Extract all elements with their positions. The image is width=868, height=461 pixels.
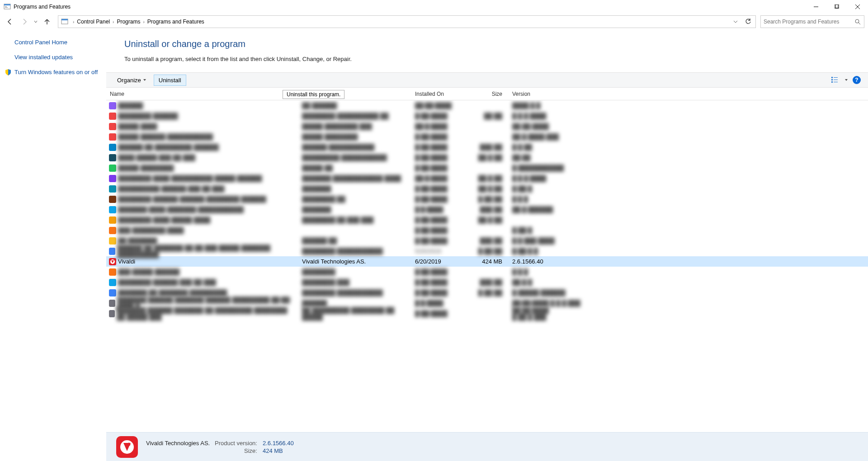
program-row-blurred[interactable]: ████████ ████ ██████████ █████ █████████… [106, 173, 868, 183]
program-row-blurred[interactable]: ██████ ██ █████████ ████████████ ███████… [106, 142, 868, 152]
column-header-installed[interactable]: Installed On [411, 91, 459, 97]
program-list[interactable]: Name Publisher Installed On Size Version… [106, 88, 868, 432]
search-box[interactable] [760, 15, 864, 28]
close-button[interactable] [847, 0, 868, 14]
program-name: Vivaldi [118, 258, 135, 265]
program-row-blurred[interactable]: ███████ ██████ ███████ ██ █████████ ████… [106, 308, 868, 319]
detail-pv-label: Product version: [215, 440, 257, 447]
detail-company: Vivaldi Technologies AS. [146, 440, 210, 447]
breadcrumb-programs[interactable]: Programs [117, 19, 140, 25]
organize-button[interactable]: Organize [113, 75, 151, 85]
svg-rect-17 [831, 81, 833, 83]
shield-icon [5, 69, 12, 77]
address-bar[interactable]: › Control Panel › Programs › Programs an… [58, 15, 756, 28]
sidebar-control-panel-home[interactable]: Control Panel Home [14, 39, 102, 46]
program-installed: 6/20/2019 [411, 258, 459, 265]
detail-size-label: Size: [215, 447, 257, 454]
breadcrumb-control-panel[interactable]: Control Panel [77, 19, 110, 25]
address-dropdown-button[interactable] [730, 16, 741, 27]
program-size: 424 MB [459, 258, 509, 265]
nav-back-button[interactable] [4, 15, 16, 28]
svg-point-11 [855, 19, 859, 23]
app-icon [4, 3, 11, 10]
svg-rect-13 [831, 77, 833, 78]
page-title: Uninstall or change a program [124, 39, 868, 49]
help-button[interactable]: ? [853, 76, 861, 84]
program-row-blurred[interactable]: █████ ██████ ████████████████ █████████/… [106, 132, 868, 142]
program-row-blurred[interactable]: ██████ ██ ███████ ██ ██ ███ █████ ██████… [106, 246, 868, 256]
view-dropdown-button[interactable] [844, 77, 848, 83]
svg-rect-18 [834, 82, 838, 82]
chevron-right-icon: › [143, 19, 144, 24]
program-version: 2.6.1566.40 [509, 258, 585, 265]
column-header-size[interactable]: Size [459, 91, 509, 97]
program-row-blurred[interactable]: ██████████ ██████ ███ ██ ███████████/██/… [106, 183, 868, 194]
svg-rect-16 [834, 80, 838, 80]
page-subtitle: To uninstall a program, select it from t… [124, 56, 868, 62]
address-icon [60, 17, 69, 26]
vivaldi-icon [109, 258, 116, 265]
svg-rect-3 [5, 7, 8, 8]
search-icon [854, 18, 861, 25]
svg-rect-15 [831, 79, 833, 80]
nav-history-dropdown[interactable] [33, 15, 39, 28]
uninstall-button[interactable]: Uninstall [154, 75, 186, 86]
program-row-blurred[interactable]: ███ ████████ █████/██/█████.██.█ [106, 225, 868, 235]
sidebar-view-updates[interactable]: View installed updates [14, 54, 102, 61]
nav-forward-button[interactable] [18, 15, 31, 28]
program-row-blurred[interactable]: ████████ ██████████████ ██████████ ███/█… [106, 111, 868, 121]
detail-pv-value: 2.6.1566.40 [263, 440, 294, 447]
program-row-blurred[interactable]: █████ █████████ ████████ █████/█/██████.… [106, 121, 868, 132]
uninstall-tooltip: Uninstall this program. [283, 90, 344, 99]
sidebar-windows-features-label: Turn Windows features on or off [14, 69, 98, 75]
program-row-blurred[interactable]: ████ █████ ███ ██ ████████████ █████████… [106, 152, 868, 163]
program-publisher: Vivaldi Technologies AS. [298, 258, 411, 265]
sidebar-windows-features[interactable]: Turn Windows features on or off [5, 69, 102, 77]
column-header-name[interactable]: Name [106, 91, 298, 97]
program-row-blurred[interactable]: █████ █████████████ ███/██/█████.███████… [106, 163, 868, 173]
minimize-button[interactable] [806, 0, 826, 14]
maximize-button[interactable] [826, 0, 847, 14]
detail-app-icon [116, 436, 138, 458]
program-row-blurred[interactable]: ████████ ██████ ███ ██ ███████████ ████/… [106, 277, 868, 287]
svg-point-21 [127, 442, 131, 446]
svg-rect-2 [5, 6, 7, 7]
program-row-blurred[interactable]: ████████ ████████/██/████████.█.█ [106, 100, 868, 111]
svg-line-12 [859, 23, 860, 24]
refresh-button[interactable] [743, 16, 754, 27]
svg-rect-5 [835, 5, 838, 8]
window-title: Programs and Features [14, 4, 71, 10]
svg-rect-1 [4, 4, 10, 5]
chevron-right-icon: › [113, 19, 114, 24]
svg-rect-14 [834, 77, 838, 78]
program-row-blurred[interactable]: ███████ ████ ███████ ███████████████████… [106, 204, 868, 215]
program-row-blurred[interactable]: ████████ ████ █████ ████████████ ██ ███ … [106, 215, 868, 225]
column-header-version[interactable]: Version [509, 91, 585, 97]
program-row-blurred[interactable]: ████████ ██████ ██████ ████████ ████████… [106, 194, 868, 204]
detail-size-value: 424 MB [263, 447, 294, 454]
chevron-right-icon: › [73, 19, 74, 24]
svg-rect-10 [61, 19, 68, 20]
search-input[interactable] [764, 19, 854, 25]
breadcrumb-programs-features[interactable]: Programs and Features [147, 19, 204, 25]
svg-rect-6 [835, 5, 839, 8]
view-options-button[interactable] [831, 75, 840, 85]
program-row-blurred[interactable]: ███ █████ ███████████████/██/█████.█.█ [106, 267, 868, 277]
nav-up-button[interactable] [41, 15, 53, 28]
dropdown-icon [143, 78, 146, 82]
